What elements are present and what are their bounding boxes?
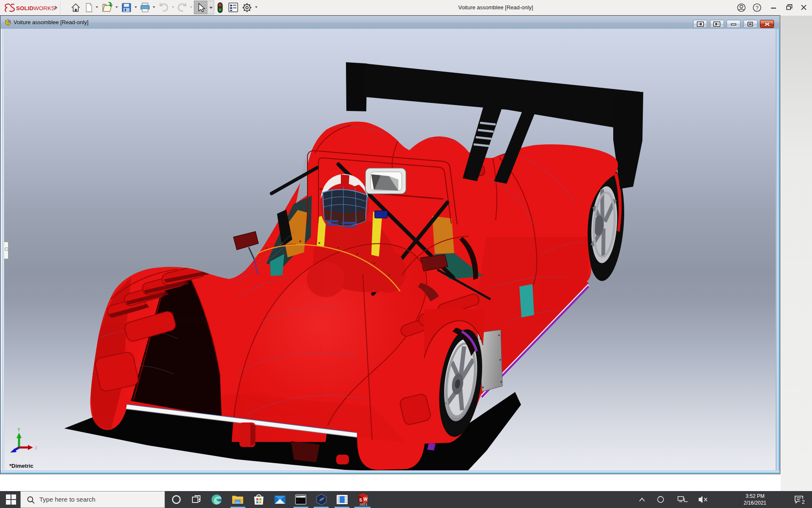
svg-text:Y: Y	[17, 428, 20, 432]
svg-text:C:\_: C:\_	[297, 496, 302, 498]
svg-text:SOLIDWORKS: SOLIDWORKS	[16, 5, 55, 11]
svg-text:2021: 2021	[359, 502, 368, 506]
svg-text:2: 2	[802, 499, 805, 505]
svg-text:?: ?	[756, 5, 759, 11]
svg-text:S: S	[359, 498, 362, 502]
svg-text:_: _	[296, 498, 299, 501]
svg-text:X: X	[35, 446, 38, 450]
svg-text:W: W	[364, 497, 368, 502]
